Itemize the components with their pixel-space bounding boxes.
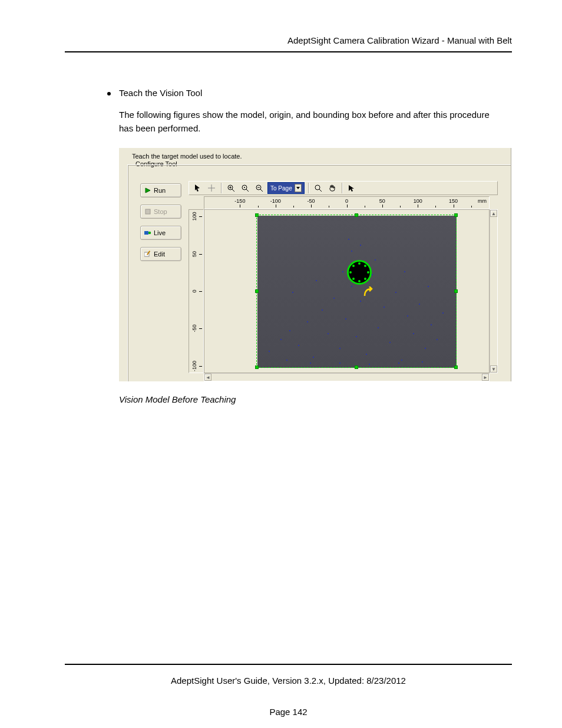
scroll-left-icon[interactable]: ◄	[204, 374, 211, 381]
bullet-item: Teach the Vision Tool	[107, 88, 512, 98]
bullet-dot-icon	[107, 92, 111, 95]
pointer-tool-icon[interactable]	[191, 183, 203, 193]
run-button[interactable]: Run	[140, 183, 181, 197]
edit-icon	[144, 251, 151, 258]
live-button[interactable]: Live	[140, 226, 181, 240]
toolbar-separator	[308, 183, 309, 193]
ruler-x-tick: 100	[414, 198, 422, 204]
toolbar-separator	[342, 183, 342, 193]
crosshair-tool-icon[interactable]	[206, 183, 217, 193]
zoom-mode-label: To Page	[270, 185, 292, 192]
zoom-actual-icon[interactable]	[239, 183, 251, 193]
play-icon	[144, 187, 151, 194]
svg-point-19	[315, 185, 320, 190]
svg-line-13	[246, 189, 249, 192]
ruler-x-tick: -150	[234, 198, 245, 204]
footer-divider	[65, 664, 512, 665]
ruler-x-unit: mm	[478, 198, 487, 204]
image-viewport[interactable]	[204, 209, 490, 373]
svg-rect-2	[144, 231, 148, 235]
scroll-right-icon[interactable]: ►	[482, 374, 489, 381]
live-button-label: Live	[154, 229, 166, 236]
bb-handle-n[interactable]	[355, 213, 358, 217]
svg-point-3	[148, 232, 151, 234]
svg-line-9	[232, 189, 234, 192]
live-icon	[144, 229, 151, 236]
scroll-up-icon[interactable]: ▲	[490, 210, 497, 217]
stop-icon	[144, 208, 151, 215]
chevron-down-icon	[295, 184, 302, 192]
footer-text: AdeptSight User's Guide, Version 3.2.x, …	[65, 676, 512, 686]
hand-tool-icon[interactable]	[326, 183, 338, 193]
page-header-title: AdeptSight Camera Calibration Wizard - M…	[65, 35, 512, 45]
bb-handle-s[interactable]	[355, 365, 358, 369]
zoom-in-icon[interactable]	[225, 183, 237, 193]
stop-button-label: Stop	[154, 208, 167, 215]
bb-handle-ne[interactable]	[454, 213, 458, 217]
svg-rect-1	[146, 209, 150, 214]
svg-point-14	[244, 187, 245, 188]
side-button-panel: Run Stop Live	[140, 183, 181, 268]
figure: Teach the target model used to locate. C…	[119, 148, 511, 381]
ruler-y-tick: 0	[191, 289, 197, 292]
bb-handle-sw[interactable]	[255, 365, 259, 369]
bullet-text: Teach the Vision Tool	[119, 88, 202, 98]
ruler-vertical: 100 50 0 -50 -100	[189, 209, 204, 373]
ruler-x-tick: 150	[449, 198, 458, 204]
bb-handle-nw[interactable]	[255, 213, 259, 217]
scroll-down-icon[interactable]: ▼	[490, 365, 497, 373]
ruler-y-tick: -50	[191, 325, 197, 332]
figure-caption: Vision Model Before Teaching	[119, 394, 512, 404]
app-panel: Teach the target model used to locate. C…	[119, 148, 511, 381]
bb-handle-e[interactable]	[454, 289, 458, 293]
horizontal-scrollbar[interactable]: ◄ ►	[204, 373, 490, 381]
svg-marker-21	[349, 185, 354, 192]
edit-button-label: Edit	[154, 251, 165, 258]
ruler-y-tick: -100	[191, 361, 197, 371]
ruler-y-tick: 100	[191, 212, 197, 221]
origin-arrow-icon	[363, 286, 374, 300]
arrow-tool-icon[interactable]	[346, 183, 358, 193]
bounding-box[interactable]	[256, 215, 457, 368]
svg-marker-0	[146, 188, 150, 193]
image-toolbar: To Page	[189, 181, 498, 195]
body-paragraph: The following figures show the model, or…	[119, 108, 500, 135]
zoom-tool-icon[interactable]	[312, 183, 324, 193]
ruler-x-tick: -50	[308, 198, 315, 204]
edit-button[interactable]: Edit	[140, 247, 181, 261]
svg-line-16	[260, 189, 263, 192]
zoom-mode-dropdown[interactable]: To Page	[267, 182, 305, 194]
ruler-y-tick: 50	[191, 251, 197, 257]
ruler-x-tick: 0	[345, 198, 348, 204]
header-divider	[65, 51, 512, 52]
ruler-horizontal: -150 -100 -50 0 50 100 150 mm	[204, 196, 490, 209]
run-button-label: Run	[154, 187, 166, 194]
page-number: Page 142	[65, 707, 512, 717]
svg-line-20	[319, 189, 322, 192]
bb-handle-w[interactable]	[255, 289, 259, 293]
ruler-x-tick: -100	[270, 198, 281, 204]
bb-handle-se[interactable]	[454, 365, 458, 369]
zoom-out-icon[interactable]	[253, 183, 265, 193]
canvas-area: To Page	[189, 181, 498, 381]
svg-marker-18	[296, 187, 300, 189]
ruler-x-tick: 50	[379, 198, 385, 204]
stop-button[interactable]: Stop	[140, 205, 181, 219]
teach-instruction: Teach the target model used to locate.	[132, 153, 242, 160]
vertical-scrollbar[interactable]: ▲ ▼	[490, 209, 498, 373]
toolbar-separator	[221, 183, 222, 193]
